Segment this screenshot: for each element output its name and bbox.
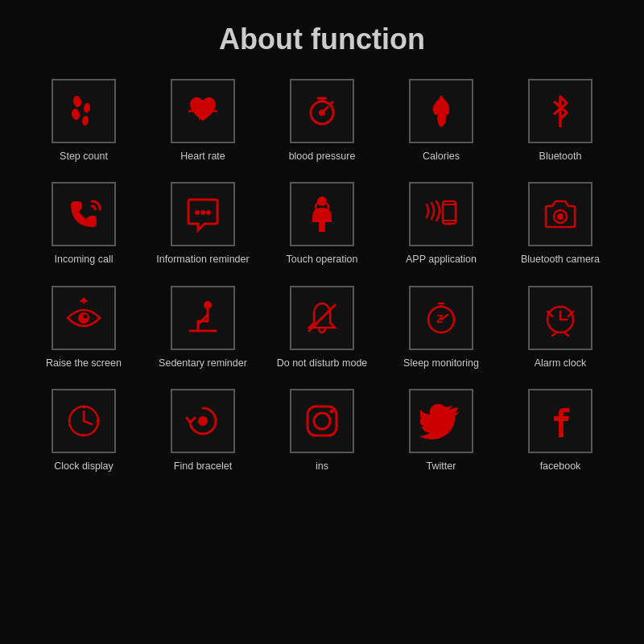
list-item: Z Sleep monitoring (382, 278, 501, 381)
sedentary-reminder-icon (182, 297, 224, 339)
list-item: Touch operation (262, 174, 382, 277)
svg-point-54 (330, 409, 334, 413)
list-item: Clock display (24, 381, 143, 484)
touch-operation-icon-box (290, 182, 354, 246)
sleep-monitoring-icon: Z (420, 297, 462, 339)
svg-line-8 (330, 101, 333, 105)
svg-point-0 (72, 95, 82, 108)
list-item: Find bracelet (143, 381, 262, 484)
list-item: Information reminder (143, 174, 262, 277)
instagram-icon (301, 400, 343, 442)
svg-line-42 (552, 333, 555, 336)
bluetooth-camera-icon-box (528, 182, 592, 246)
svg-line-9 (322, 106, 328, 113)
list-item: Raise the screen (24, 278, 143, 381)
blood-pressure-icon (301, 90, 343, 132)
sleep-monitoring-icon-box: Z (409, 286, 473, 350)
calories-icon-box (409, 79, 473, 143)
raise-screen-icon-box (52, 286, 116, 350)
list-item: Incoming call (24, 174, 143, 277)
list-item: Step count (24, 71, 143, 174)
svg-point-22 (78, 312, 89, 324)
page-title: About function (0, 0, 644, 71)
svg-point-12 (200, 210, 205, 215)
step-count-icon-box (52, 79, 116, 143)
instagram-icon-box (290, 389, 354, 453)
list-item: facebook (501, 381, 620, 484)
list-item: Alarm clock (501, 278, 620, 381)
calories-label: Calories (423, 150, 460, 163)
facebook-label: facebook (540, 460, 581, 473)
bluetooth-camera-icon (539, 193, 581, 235)
clock-display-label: Clock display (54, 460, 114, 473)
list-item: Bluetooth camera (501, 174, 620, 277)
svg-point-23 (84, 314, 88, 318)
twitter-label: Twitter (427, 460, 456, 473)
touch-operation-icon (301, 193, 343, 235)
app-application-icon-box (409, 182, 473, 246)
facebook-icon-box (528, 389, 592, 453)
blood-pressure-icon-box (290, 79, 354, 143)
clock-display-icon-box (52, 389, 116, 453)
touch-operation-label: Touch operation (287, 253, 358, 266)
alarm-clock-label: Alarm clock (535, 357, 587, 369)
incoming-call-label: Incoming call (55, 253, 114, 266)
raise-screen-label: Raise the screen (46, 357, 122, 369)
heart-rate-label: Heart rate (180, 150, 225, 163)
instagram-label: ins (316, 460, 328, 473)
raise-screen-icon (63, 297, 105, 339)
sleep-monitoring-label: Sleep monitoring (403, 357, 479, 369)
incoming-call-icon (63, 193, 105, 235)
calories-icon (420, 90, 462, 132)
blood-pressure-label: blood pressure (289, 150, 356, 163)
list-item: Sedentary reminder (143, 278, 262, 381)
heart-rate-icon-box (171, 79, 235, 143)
list-item: APP application (382, 174, 501, 277)
svg-point-11 (195, 210, 200, 215)
list-item: ins (262, 381, 382, 484)
alarm-clock-icon-box (528, 286, 592, 350)
sedentary-reminder-icon-box (171, 286, 235, 350)
bluetooth-camera-label: Bluetooth camera (521, 253, 600, 266)
find-bracelet-icon-box (171, 389, 235, 453)
twitter-icon (420, 400, 462, 442)
svg-point-2 (70, 108, 80, 121)
svg-point-21 (557, 213, 564, 220)
heart-rate-icon (182, 90, 224, 132)
bluetooth-icon-box (528, 79, 592, 143)
alarm-clock-icon (539, 297, 581, 339)
do-not-disturb-icon (301, 297, 343, 339)
info-reminder-icon (182, 193, 224, 235)
list-item: Bluetooth (501, 71, 620, 174)
do-not-disturb-label: Do not disturb mode (277, 357, 368, 369)
incoming-call-icon-box (52, 182, 116, 246)
do-not-disturb-icon-box (290, 286, 354, 350)
app-application-label: APP application (406, 253, 477, 266)
clock-display-icon (63, 400, 105, 442)
sedentary-reminder-label: Sedentary reminder (159, 357, 247, 369)
list-item: Heart rate (143, 71, 262, 174)
list-item: blood pressure (262, 71, 382, 174)
svg-point-51 (198, 416, 208, 426)
svg-point-1 (83, 102, 91, 113)
step-count-icon (63, 90, 105, 132)
svg-line-46 (84, 421, 92, 424)
list-item: Do not disturb mode (262, 278, 382, 381)
info-reminder-icon-box (171, 182, 235, 246)
find-bracelet-label: Find bracelet (174, 460, 232, 473)
info-reminder-label: Information reminder (156, 253, 249, 266)
twitter-icon-box (409, 389, 473, 453)
find-bracelet-icon (182, 400, 224, 442)
svg-line-43 (565, 333, 568, 336)
svg-point-53 (314, 413, 330, 429)
app-application-icon (420, 193, 462, 235)
bluetooth-icon (539, 90, 581, 132)
list-item: Calories (382, 71, 501, 174)
svg-point-3 (81, 115, 89, 126)
function-grid: Step count Heart rate blood pressure (0, 71, 644, 484)
facebook-icon (539, 400, 581, 442)
step-count-label: Step count (60, 150, 108, 163)
bluetooth-label: Bluetooth (539, 150, 582, 163)
svg-point-13 (206, 210, 211, 215)
list-item: Twitter (382, 381, 501, 484)
